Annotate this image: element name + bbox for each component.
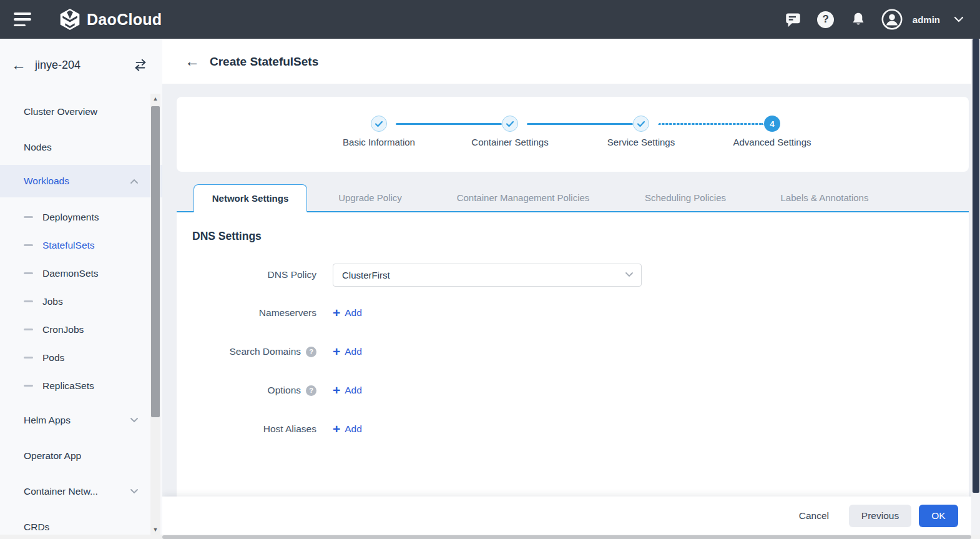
step-label: Basic Information [310,137,448,147]
scroll-up-arrow-icon[interactable]: ▲ [150,94,160,104]
check-icon [376,122,382,126]
plus-icon: + [333,383,340,397]
check-icon [638,122,644,126]
tab-container-management-policies[interactable]: Container Management Policies [433,184,613,211]
dash-icon [24,244,33,246]
options-row: Options ? + Add [177,378,969,402]
step-basic-information[interactable] [371,116,387,132]
search-domains-label: Search Domains [229,346,301,357]
sidebar-item-container-network[interactable]: Container Netw... [0,473,162,509]
step-label: Container Settings [441,137,579,147]
sidebar-item-workloads[interactable]: Workloads [0,165,162,197]
dns-policy-select[interactable]: ClusterFirst [333,264,642,287]
check-icon [507,122,513,126]
step-service-settings[interactable] [633,116,649,132]
dash-icon [24,357,33,359]
dns-policy-value: ClusterFirst [342,270,390,280]
menu-hamburger-icon[interactable] [14,12,32,26]
main-vertical-scrollbar [971,39,980,539]
nameservers-label: Nameservers [259,307,316,319]
tab-network-settings[interactable]: Network Settings [194,184,307,212]
sidebar-item-crds[interactable]: CRDs [0,509,162,535]
settings-tabbar: Network Settings Upgrade Policy Containe… [177,184,969,212]
search-domains-add-button[interactable]: + Add [333,346,362,358]
plus-icon: + [333,422,340,435]
sidebar-item-operator-app[interactable]: Operator App [0,438,162,473]
previous-button[interactable]: Previous [849,505,911,527]
step-advanced-settings[interactable]: 4 [764,116,780,132]
user-menu-chevron-down-icon[interactable] [954,16,964,22]
page-title: Create StatefulSets [210,55,318,69]
chevron-down-icon [130,488,139,494]
sidebar-item-nodes[interactable]: Nodes [0,129,162,165]
sidebar-item-jobs[interactable]: Jobs [0,287,162,315]
username-label: admin [913,14,940,25]
sidebar-item-helm-apps[interactable]: Helm Apps [0,402,162,438]
sidebar-item-cronjobs[interactable]: CronJobs [0,315,162,344]
cluster-name: jinye-204 [35,59,81,72]
tab-scheduling-policies[interactable]: Scheduling Policies [613,184,758,211]
step-connector [396,123,502,125]
options-add-button[interactable]: + Add [333,385,362,397]
cancel-button[interactable]: Cancel [799,505,829,527]
page-back-arrow-icon[interactable]: ← [185,54,200,69]
sidebar-scrollbar: ▲ ▼ [150,94,160,535]
step-connector-dotted [658,123,764,125]
help-icon[interactable]: ? [816,10,835,29]
notifications-bell-icon[interactable] [849,10,868,29]
chevron-up-icon [130,179,139,184]
sidebar: ← jinye-204 Cluster Overview Nodes Workl… [0,39,162,539]
sidebar-item-cluster-overview[interactable]: Cluster Overview [0,94,162,129]
step-connector [527,123,633,125]
host-aliases-row: Host Aliases + Add [177,417,969,441]
switch-cluster-icon[interactable] [134,58,147,72]
step-container-settings[interactable] [502,116,518,132]
brand-logo[interactable]: DaoCloud [59,8,162,31]
options-help-icon[interactable]: ? [306,385,316,396]
host-aliases-label: Host Aliases [263,423,316,435]
options-label: Options [268,385,301,396]
wizard-footer: Cancel Previous OK [162,497,971,535]
sidebar-nav: Cluster Overview Nodes Workloads Deploym… [0,94,162,535]
horizontal-scrollbar-thumb[interactable] [162,535,971,539]
chevron-down-icon [130,417,139,423]
messages-icon[interactable] [784,10,803,29]
wizard-stepper: 4 Basic Information Container Settings S… [177,97,969,172]
dns-policy-label: DNS Policy [268,269,316,280]
ok-button[interactable]: OK [919,505,958,527]
horizontal-scrollbar [0,535,980,539]
nameservers-add-button[interactable]: + Add [333,307,362,319]
select-chevron-down-icon [625,272,634,277]
dns-settings-panel: DNS Settings DNS Policy ClusterFirst Nam… [177,212,969,497]
sidebar-scrollbar-thumb[interactable] [151,106,160,417]
dash-icon [24,300,33,302]
cluster-back-arrow-icon[interactable]: ← [11,57,26,72]
sidebar-item-pods[interactable]: Pods [0,344,162,372]
daocloud-cube-icon [59,8,81,31]
main-vertical-scrollbar-thumb[interactable] [973,39,979,493]
dash-icon [24,385,33,387]
dns-policy-row: DNS Policy ClusterFirst [177,263,969,287]
search-domains-row: Search Domains ? + Add [177,340,969,363]
main-content: 4 Basic Information Container Settings S… [162,84,971,535]
brand-name: DaoCloud [87,11,162,29]
user-avatar-icon[interactable] [881,9,903,30]
nameservers-row: Nameservers + Add [177,301,969,325]
step-label: Advanced Settings [703,137,841,147]
sidebar-item-statefulsets[interactable]: StatefulSets [0,231,162,259]
sidebar-item-daemonsets[interactable]: DaemonSets [0,259,162,287]
dash-icon [24,216,33,218]
search-domains-help-icon[interactable]: ? [306,347,316,357]
top-navigation-bar: DaoCloud ? admin [0,0,980,39]
dash-icon [24,329,33,330]
plus-icon: + [333,306,340,319]
step-label: Service Settings [572,137,710,147]
scroll-down-arrow-icon[interactable]: ▼ [150,525,160,535]
tab-upgrade-policy[interactable]: Upgrade Policy [307,184,433,211]
dash-icon [24,272,33,274]
sidebar-item-replicasets[interactable]: ReplicaSets [0,372,162,400]
host-aliases-add-button[interactable]: + Add [333,423,362,435]
tab-labels-annotations[interactable]: Labels & Annotations [758,184,891,211]
page-header: ← Create StatefulSets [162,39,971,84]
sidebar-item-deployments[interactable]: Deployments [0,203,162,231]
